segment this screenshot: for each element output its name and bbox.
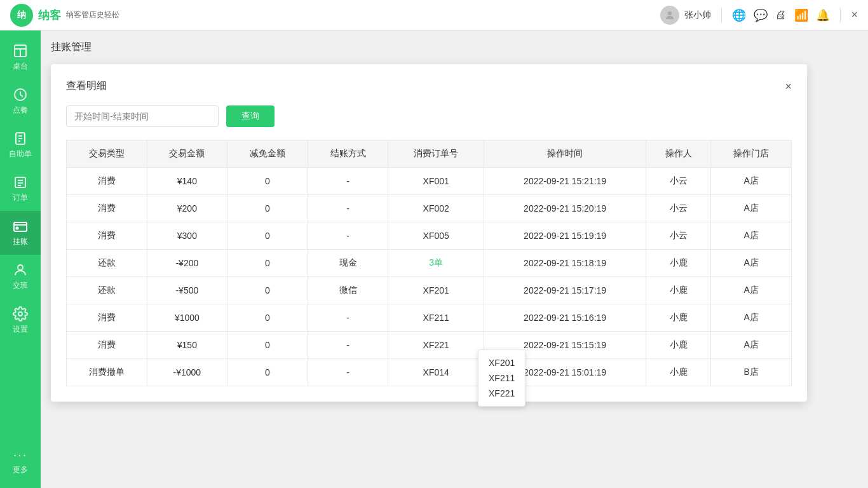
cell-amount: ¥200	[147, 195, 227, 222]
popup-item-3[interactable]: XF221	[489, 386, 515, 401]
cell-order-no[interactable]: 3单	[388, 250, 484, 277]
sidebar-item-order[interactable]: 点餐	[0, 79, 41, 123]
app-close-button[interactable]: ×	[851, 8, 858, 22]
cell-order-no: XF014	[388, 359, 484, 386]
cell-operator: 小云	[646, 168, 711, 195]
cell-time: 2022-09-21 15:20:19	[484, 195, 646, 222]
cell-order-no: XF005	[388, 222, 484, 250]
cell-amount: ¥300	[147, 222, 227, 250]
cell-order-no: XF001	[388, 168, 484, 195]
cell-payment: 现金	[308, 250, 388, 277]
cell-store: B店	[711, 359, 792, 386]
cell-type: 还款	[67, 277, 147, 304]
cell-store: A店	[711, 168, 792, 195]
cell-discount: 0	[227, 359, 308, 386]
cell-payment: -	[308, 168, 388, 195]
cell-amount: ¥150	[147, 332, 227, 359]
query-button[interactable]: 查询	[226, 105, 275, 127]
user-info: 张小帅	[660, 6, 711, 25]
sidebar-label-order: 点餐	[13, 105, 28, 116]
sidebar-item-orders[interactable]: 订单	[0, 167, 41, 211]
cell-time: 2022-09-21 15:21:19	[484, 168, 646, 195]
cell-type: 消费	[67, 304, 147, 332]
logo-slogan: 纳客管店史轻松	[66, 10, 119, 20]
table-row: 还款-¥2000现金3单2022-09-21 15:18:19小鹿A店	[67, 250, 792, 277]
sidebar-item-shift[interactable]: 交班	[0, 255, 41, 299]
cell-payment: -	[308, 304, 388, 332]
avatar	[660, 6, 679, 25]
cell-type: 消费	[67, 168, 147, 195]
sidebar-label-orders: 订单	[13, 193, 28, 203]
search-bar: 查询	[66, 105, 792, 127]
divider-1	[721, 8, 722, 23]
globe-icon[interactable]: 🌐	[732, 8, 746, 22]
cell-amount: ¥1000	[147, 304, 227, 332]
col-payment: 结账方式	[308, 140, 388, 168]
svg-line-6	[20, 95, 23, 97]
cell-operator: 小鹿	[646, 359, 711, 386]
sidebar-item-self-order[interactable]: 自助单	[0, 123, 41, 167]
cell-time: 2022-09-21 15:16:19	[484, 304, 646, 332]
sidebar-label-table: 桌台	[13, 61, 28, 72]
date-range-input[interactable]	[66, 105, 219, 127]
col-store: 操作门店	[711, 140, 792, 168]
sidebar-label-shift: 交班	[13, 280, 28, 291]
cell-time: 2022-09-21 15:18:19	[484, 250, 646, 277]
topbar: 纳 纳客 纳客管店史轻松 张小帅 🌐 💬 🖨 📶 🔔 ×	[0, 0, 868, 30]
table-container: 交易类型 交易金额 减免金额 结账方式 消费订单号 操作时间 操作人 操作门店 …	[66, 140, 792, 386]
svg-point-0	[668, 11, 672, 15]
sidebar-label-self-order: 自助单	[9, 149, 32, 159]
sidebar-item-credit[interactable]: 挂账	[0, 211, 41, 255]
cell-discount: 0	[227, 332, 308, 359]
cell-operator: 小云	[646, 195, 711, 222]
popup-item-1[interactable]: XF201	[489, 355, 515, 370]
main-layout: 桌台 点餐 自助单 订单 挂账 交班 设置	[0, 30, 868, 488]
sidebar: 桌台 点餐 自助单 订单 挂账 交班 设置	[0, 30, 41, 488]
cell-operator: 小鹿	[646, 277, 711, 304]
cell-store: A店	[711, 250, 792, 277]
cell-order-no: XF002	[388, 195, 484, 222]
table-row: 还款-¥5000微信XF2012022-09-21 15:17:19小鹿A店	[67, 277, 792, 304]
svg-point-17	[17, 227, 18, 229]
cell-amount: -¥200	[147, 250, 227, 277]
cell-discount: 0	[227, 277, 308, 304]
cell-operator: 小鹿	[646, 332, 711, 359]
modal: 查看明细 × 查询 交易类型 交易金额 减免金额 结账方式	[51, 64, 807, 402]
cell-order-no: XF221	[388, 332, 484, 359]
topbar-right: 张小帅 🌐 💬 🖨 📶 🔔 ×	[660, 6, 858, 25]
message-icon[interactable]: 💬	[754, 8, 768, 22]
cell-store: A店	[711, 332, 792, 359]
logo-text: 纳客	[38, 8, 61, 23]
table-header: 交易类型 交易金额 减免金额 结账方式 消费订单号 操作时间 操作人 操作门店	[67, 140, 792, 168]
col-type: 交易类型	[67, 140, 147, 168]
sidebar-label-credit: 挂账	[13, 236, 28, 247]
sidebar-item-table[interactable]: 桌台	[0, 36, 41, 79]
cell-type: 消费	[67, 332, 147, 359]
table-row: 消费¥1500-XF2212022-09-21 15:15:19小鹿A店	[67, 332, 792, 359]
table-row: 消费撤单-¥10000-XF0142022-09-21 15:01:19小鹿B店	[67, 359, 792, 386]
cell-operator: 小鹿	[646, 304, 711, 332]
print-icon[interactable]: 🖨	[775, 8, 787, 22]
order-list-popup: XF201 XF211 XF221	[478, 349, 526, 407]
divider-2	[840, 8, 841, 23]
cell-operator: 小云	[646, 222, 711, 250]
sidebar-item-settings[interactable]: 设置	[0, 299, 41, 342]
cell-payment: -	[308, 332, 388, 359]
cell-time: 2022-09-21 15:17:19	[484, 277, 646, 304]
cell-payment: -	[308, 195, 388, 222]
sidebar-label-more: 更多	[13, 464, 28, 475]
sidebar-item-more[interactable]: ··· 更多	[0, 440, 41, 483]
cell-type: 消费撤单	[67, 359, 147, 386]
cell-discount: 0	[227, 168, 308, 195]
cell-order-no: XF201	[388, 277, 484, 304]
cell-type: 还款	[67, 250, 147, 277]
popup-item-2[interactable]: XF211	[489, 370, 515, 386]
cell-store: A店	[711, 277, 792, 304]
cell-amount: -¥1000	[147, 359, 227, 386]
sidebar-bottom: ··· 更多	[0, 440, 41, 488]
table-row: 消费¥1400-XF0012022-09-21 15:21:19小云A店	[67, 168, 792, 195]
modal-close-button[interactable]: ×	[785, 81, 792, 92]
svg-rect-15	[14, 222, 27, 231]
cell-store: A店	[711, 304, 792, 332]
bell-icon[interactable]: 🔔	[816, 8, 830, 22]
